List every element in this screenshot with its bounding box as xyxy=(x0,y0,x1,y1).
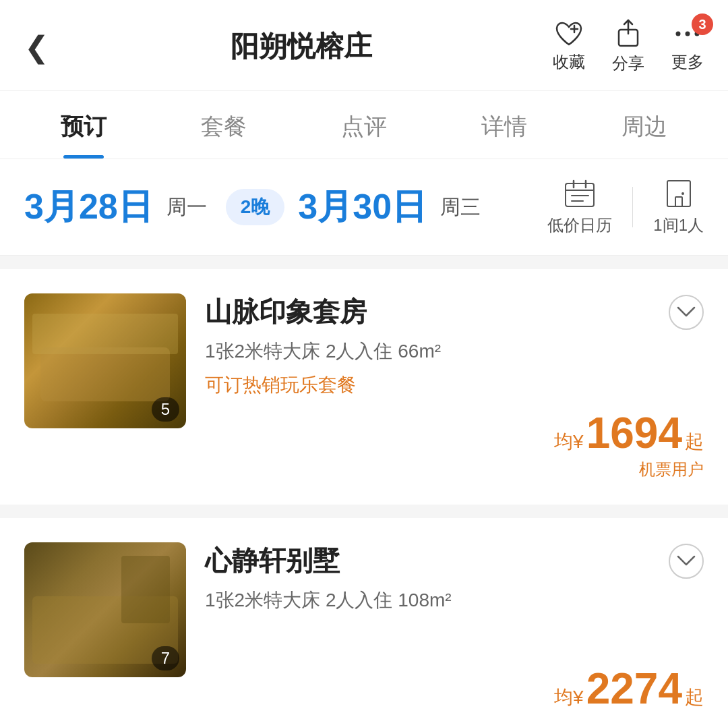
date-right-actions: 低价日历 1间1人 xyxy=(547,178,704,236)
calendar-icon xyxy=(563,178,597,209)
room-icon xyxy=(663,178,694,209)
calendar-button[interactable]: 低价日历 xyxy=(547,178,612,236)
rooms-label: 1间1人 xyxy=(653,214,704,236)
room-name-row-1: 山脉印象套房 xyxy=(205,293,704,331)
svg-rect-13 xyxy=(667,181,690,206)
header-actions: 收藏 分享 更多 3 xyxy=(553,19,704,74)
rooms-list: 5 山脉印象套房 1张2米特大床 2人入住 66m² 可订热销玩乐套餐 均¥ xyxy=(0,256,728,715)
tab-reviews[interactable]: 点评 xyxy=(294,91,434,159)
rooms-button[interactable]: 1间1人 xyxy=(653,178,704,236)
room-price-line-1: 均¥ 1694 起 xyxy=(205,411,704,455)
favorite-icon xyxy=(554,20,584,47)
svg-rect-14 xyxy=(675,197,682,206)
room-name-row-2: 心静轩别墅 xyxy=(205,542,704,579)
price-prefix-2: 均¥ xyxy=(554,685,584,710)
tab-details[interactable]: 详情 xyxy=(434,91,574,159)
room-promo-1[interactable]: 可订热销玩乐套餐 xyxy=(205,372,704,398)
room-image-count-1: 5 xyxy=(152,397,179,422)
share-button[interactable]: 分享 xyxy=(612,19,644,74)
tabs-bar: 预订 套餐 点评 详情 周边 xyxy=(0,91,728,159)
page-title: 阳朔悦榕庄 xyxy=(49,28,553,65)
room-name-1: 山脉印象套房 xyxy=(205,293,367,331)
checkout-date[interactable]: 3月30日 xyxy=(298,183,427,231)
room-card-2: 7 心静轩别墅 1张2米特大床 2人入住 108m² 均¥ 2274 xyxy=(0,518,728,715)
svg-point-5 xyxy=(686,32,690,36)
price-prefix-1: 均¥ xyxy=(554,429,584,455)
more-button[interactable]: 更多 3 xyxy=(671,20,704,73)
price-value-1: 1694 xyxy=(586,411,682,455)
back-button[interactable]: ❮ xyxy=(24,30,49,64)
price-note-1: 机票用户 xyxy=(205,459,704,480)
share-label: 分享 xyxy=(612,53,644,74)
room-price-line-2: 均¥ 2274 起 xyxy=(205,667,704,710)
favorite-button[interactable]: 收藏 xyxy=(553,20,585,73)
date-action-separator xyxy=(632,187,633,227)
checkin-day: 周一 xyxy=(166,194,207,221)
date-bar: 3月28日 周一 2晚 3月30日 周三 低价日历 1间1人 xyxy=(0,159,728,256)
more-badge: 3 xyxy=(692,13,713,35)
room-price-area-1: 均¥ 1694 起 机票用户 xyxy=(205,406,704,480)
price-suffix-2: 起 xyxy=(685,685,704,710)
tab-booking[interactable]: 预订 xyxy=(13,91,154,159)
room-image-wrapper-1[interactable]: 5 xyxy=(24,293,186,428)
room-details-1: 1张2米特大床 2人入住 66m² xyxy=(205,339,704,364)
checkout-day: 周三 xyxy=(440,194,481,221)
checkin-date[interactable]: 3月28日 xyxy=(24,183,153,231)
price-suffix-1: 起 xyxy=(685,429,704,455)
svg-point-15 xyxy=(681,192,684,195)
room-card-top-1: 5 山脉印象套房 1张2米特大床 2人入住 66m² 可订热销玩乐套餐 均¥ xyxy=(24,293,704,480)
share-icon xyxy=(615,19,642,49)
chevron-down-icon-1 xyxy=(677,306,696,318)
header: ❮ 阳朔悦榕庄 收藏 分享 更多 3 xyxy=(0,0,728,91)
room-name-2: 心静轩别墅 xyxy=(205,542,340,579)
room-card-1: 5 山脉印象套房 1张2米特大床 2人入住 66m² 可订热销玩乐套餐 均¥ xyxy=(0,269,728,505)
tab-nearby[interactable]: 周边 xyxy=(574,91,715,159)
svg-point-4 xyxy=(676,32,681,36)
room-details-2: 1张2米特大床 2人入住 108m² xyxy=(205,588,704,613)
more-label: 更多 xyxy=(671,51,704,73)
room-expand-button-2[interactable] xyxy=(669,544,704,579)
calendar-label: 低价日历 xyxy=(547,214,612,236)
room-expand-button-1[interactable] xyxy=(669,295,704,330)
room-info-1: 山脉印象套房 1张2米特大床 2人入住 66m² 可订热销玩乐套餐 均¥ 169… xyxy=(205,293,704,480)
nights-badge[interactable]: 2晚 xyxy=(226,189,285,225)
chevron-down-icon-2 xyxy=(677,555,696,567)
room-image-count-2: 7 xyxy=(152,646,179,670)
room-info-2: 心静轩别墅 1张2米特大床 2人入住 108m² 均¥ 2274 起 xyxy=(205,542,704,710)
favorite-label: 收藏 xyxy=(553,51,585,73)
room-image-wrapper-2[interactable]: 7 xyxy=(24,542,186,677)
tab-packages[interactable]: 套餐 xyxy=(154,91,294,159)
room-price-area-2: 均¥ 2274 起 xyxy=(205,662,704,710)
room-card-top-2: 7 心静轩别墅 1张2米特大床 2人入住 108m² 均¥ 2274 xyxy=(24,542,704,710)
price-value-2: 2274 xyxy=(586,667,682,710)
